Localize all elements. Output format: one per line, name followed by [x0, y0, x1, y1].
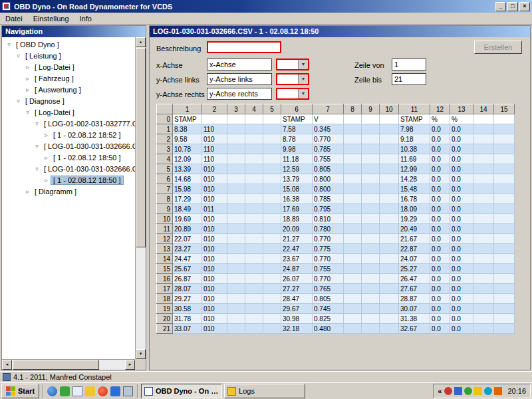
- scroll-left-icon[interactable]: ◄: [2, 360, 12, 370]
- table-cell[interactable]: 011: [202, 204, 227, 214]
- table-cell[interactable]: 27.67: [399, 284, 430, 294]
- table-cell[interactable]: 16.78: [399, 194, 430, 204]
- table-cell[interactable]: 0.0: [450, 254, 473, 264]
- table-cell[interactable]: [362, 234, 380, 244]
- table-cell[interactable]: [380, 234, 399, 244]
- row-header[interactable]: 0: [157, 114, 173, 124]
- table-cell[interactable]: [473, 204, 494, 214]
- table-cell[interactable]: 27.27: [281, 284, 313, 294]
- table-cell[interactable]: [473, 174, 494, 184]
- table-cell[interactable]: [380, 224, 399, 234]
- menu-einstellung[interactable]: Einstellung: [28, 13, 74, 24]
- column-header[interactable]: 14: [473, 104, 494, 114]
- row-header[interactable]: 9: [157, 204, 173, 214]
- column-header[interactable]: 9: [362, 104, 380, 114]
- table-cell[interactable]: 0.0: [450, 284, 473, 294]
- table-cell[interactable]: [494, 194, 515, 204]
- table-cell[interactable]: [362, 274, 380, 284]
- table-cell[interactable]: [494, 294, 515, 304]
- ie-globe-icon[interactable]: [47, 386, 57, 396]
- table-cell[interactable]: [473, 194, 494, 204]
- table-cell[interactable]: [494, 174, 515, 184]
- tree-collapse-icon[interactable]: ▿: [23, 109, 32, 116]
- table-cell[interactable]: [362, 284, 380, 294]
- table-cell[interactable]: 0.0: [450, 194, 473, 204]
- table-cell[interactable]: [245, 214, 263, 224]
- row-header[interactable]: 2: [157, 134, 173, 144]
- row-header[interactable]: 11: [157, 224, 173, 234]
- table-cell[interactable]: 0.0: [450, 324, 473, 334]
- table-cell[interactable]: [362, 174, 380, 184]
- show-desktop-icon[interactable]: [72, 386, 82, 396]
- taskbar-task-button[interactable]: OBD Dyno - On Roa...: [141, 384, 222, 398]
- table-cell[interactable]: 0.0: [450, 124, 473, 134]
- table-cell[interactable]: 110: [202, 154, 227, 164]
- table-cell[interactable]: 24.47: [173, 254, 202, 264]
- table-cell[interactable]: 9.58: [173, 134, 202, 144]
- table-cell[interactable]: [344, 314, 362, 324]
- tree-item[interactable]: ▹[ Auswertung ]: [2, 84, 135, 95]
- table-cell[interactable]: [344, 274, 362, 284]
- table-cell[interactable]: [344, 134, 362, 144]
- table-cell[interactable]: [263, 214, 281, 224]
- table-cell[interactable]: [227, 264, 245, 274]
- table-cell[interactable]: [344, 254, 362, 264]
- table-cell[interactable]: 0.0: [430, 174, 450, 184]
- tree-leaf-icon[interactable]: ▹: [23, 64, 32, 70]
- table-cell[interactable]: [473, 134, 494, 144]
- tree-item[interactable]: ▿[ Diagnose ]: [2, 95, 135, 106]
- table-cell[interactable]: 0.0: [430, 314, 450, 324]
- table-cell[interactable]: [473, 164, 494, 174]
- table-cell[interactable]: [263, 184, 281, 194]
- table-cell[interactable]: [362, 304, 380, 314]
- close-button[interactable]: ×: [519, 2, 530, 11]
- row-header[interactable]: 1: [157, 124, 173, 134]
- table-cell[interactable]: 25.27: [399, 264, 430, 274]
- table-cell[interactable]: 17.29: [173, 194, 202, 204]
- column-header[interactable]: 5: [263, 104, 281, 114]
- table-cell[interactable]: [380, 314, 399, 324]
- table-cell[interactable]: [344, 294, 362, 304]
- table-cell[interactable]: 0.800: [313, 184, 344, 194]
- table-cell[interactable]: 12.09: [173, 154, 202, 164]
- table-cell[interactable]: [227, 274, 245, 284]
- table-cell[interactable]: [245, 254, 263, 264]
- table-cell[interactable]: [380, 194, 399, 204]
- table-cell[interactable]: 0.785: [313, 144, 344, 154]
- table-cell[interactable]: [263, 164, 281, 174]
- table-cell[interactable]: 0.770: [313, 234, 344, 244]
- table-cell[interactable]: [344, 154, 362, 164]
- y-achse-rechts-input[interactable]: [207, 88, 272, 100]
- table-cell[interactable]: [227, 254, 245, 264]
- table-cell[interactable]: [245, 164, 263, 174]
- table-cell[interactable]: [494, 134, 515, 144]
- zeile-bis-input[interactable]: [392, 73, 426, 85]
- table-cell[interactable]: 0.0: [430, 214, 450, 224]
- table-cell[interactable]: 0.0: [430, 194, 450, 204]
- table-cell[interactable]: 21.27: [281, 234, 313, 244]
- table-cell[interactable]: 0.0: [450, 174, 473, 184]
- tree-leaf-icon[interactable]: ▹: [42, 154, 51, 161]
- table-cell[interactable]: 0.825: [313, 314, 344, 324]
- table-cell[interactable]: [227, 224, 245, 234]
- row-header[interactable]: 17: [157, 284, 173, 294]
- table-cell[interactable]: 0.0: [430, 254, 450, 264]
- table-cell[interactable]: [245, 294, 263, 304]
- tree-item[interactable]: ▿[ LOG-01-030-031-032666.CSV ]: [2, 140, 135, 152]
- x-achse-input[interactable]: [207, 59, 272, 70]
- table-cell[interactable]: 7.98: [399, 124, 430, 134]
- table-cell[interactable]: 0.0: [450, 164, 473, 174]
- table-cell[interactable]: [494, 314, 515, 324]
- table-cell[interactable]: [380, 114, 399, 124]
- table-cell[interactable]: [202, 114, 227, 124]
- tree-item[interactable]: ▿[ LOG-01-002-031-032777.CSV ]: [2, 118, 135, 129]
- row-header[interactable]: 12: [157, 234, 173, 244]
- table-cell[interactable]: [263, 264, 281, 274]
- table-cell[interactable]: [494, 144, 515, 154]
- table-cell[interactable]: 18.09: [399, 204, 430, 214]
- tree-item[interactable]: ▿[ OBD Dyno ]: [2, 39, 135, 50]
- table-cell[interactable]: 30.98: [281, 314, 313, 324]
- table-cell[interactable]: [494, 324, 515, 334]
- table-cell[interactable]: 110: [202, 144, 227, 154]
- table-cell[interactable]: 0.0: [450, 274, 473, 284]
